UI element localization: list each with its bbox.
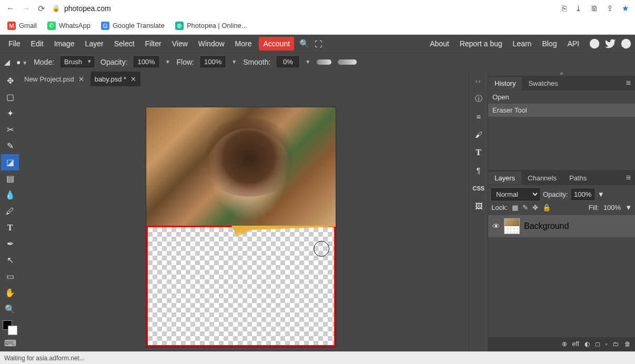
menu-view[interactable]: View [167, 36, 193, 51]
address-bar[interactable]: 🔒 photopea.com [52, 4, 111, 13]
history-item-open[interactable]: Open [488, 90, 635, 104]
reload-icon[interactable]: ⟳ [38, 4, 45, 14]
color-swatch[interactable] [3, 320, 17, 335]
page-icon[interactable]: 🗎 [590, 4, 598, 13]
background-color[interactable] [8, 326, 17, 335]
menu-more[interactable]: More [230, 36, 257, 51]
search-icon[interactable]: 🔍 [299, 39, 309, 48]
collapse-icon[interactable]: ‹› [470, 73, 487, 89]
tab-swatches[interactable]: Swatches [522, 77, 564, 90]
brush-preview2-icon[interactable] [338, 59, 357, 65]
fill-input[interactable]: 100% [603, 204, 621, 211]
layer-thumbnail[interactable] [504, 218, 520, 234]
tab-paths[interactable]: Paths [563, 171, 593, 185]
menu-edit[interactable]: Edit [26, 36, 49, 51]
eyedropper-tool-icon[interactable]: ✎ [1, 138, 19, 154]
character-panel-icon[interactable]: T [470, 144, 487, 161]
close-tab-icon[interactable]: ✕ [130, 75, 136, 83]
doc-tab-baby[interactable]: baby.psd * ✕ [90, 72, 140, 86]
eraser-tool-icon[interactable]: ◢ [4, 58, 10, 66]
history-item-eraser[interactable]: Eraser Tool [488, 104, 635, 117]
move-tool-icon[interactable]: ✥ [1, 73, 19, 89]
blend-mode-dropdown[interactable]: Normal [491, 188, 540, 200]
hand-tool-icon[interactable]: ✋ [1, 285, 19, 301]
reddit-icon[interactable] [589, 38, 600, 49]
menu-filter[interactable]: Filter [140, 36, 167, 51]
adjustment-icon[interactable]: ◻ [595, 340, 600, 348]
eraser-tool-button[interactable]: ◪ [1, 154, 19, 170]
panel-collapse-icon[interactable]: » [488, 70, 635, 76]
fullscreen-icon[interactable]: ⛶ [315, 39, 322, 48]
brush-preset-icon[interactable]: ● ▼ [16, 58, 27, 66]
trash-icon[interactable]: 🗑 [624, 340, 631, 348]
dodge-tool-icon[interactable]: 🖊 [1, 203, 19, 219]
link-blog[interactable]: Blog [537, 36, 562, 51]
bookmark-star-icon[interactable]: ★ [622, 4, 629, 13]
twitter-icon[interactable] [604, 38, 616, 49]
info-panel-icon[interactable]: ⓘ [470, 90, 487, 107]
link-learn[interactable]: Learn [508, 36, 537, 51]
link-about[interactable]: About [425, 36, 455, 51]
account-button[interactable]: Account [259, 37, 294, 50]
document-canvas[interactable] [146, 107, 336, 347]
bookmark-whatsapp[interactable]: ✆WhatsApp [47, 22, 90, 30]
bookmark-photopea[interactable]: ◍Photopea | Online... [175, 22, 247, 30]
opacity-caret-icon[interactable]: ▼ [598, 190, 604, 198]
fx-icon[interactable]: eff [572, 340, 579, 348]
tab-history[interactable]: History [488, 77, 522, 90]
opacity-input[interactable]: 100% [134, 56, 158, 67]
layer-name-label[interactable]: Background [524, 221, 569, 231]
link-layers-icon[interactable]: ⊕ [562, 340, 567, 348]
visibility-toggle-icon[interactable]: 👁 [492, 222, 500, 230]
back-icon[interactable]: ← [6, 4, 15, 13]
pen-tool-icon[interactable]: ✒ [1, 236, 19, 252]
new-layer-icon[interactable]: ▫ [606, 340, 608, 348]
menu-window[interactable]: Window [193, 36, 230, 51]
marquee-tool-icon[interactable]: ▢ [1, 89, 19, 105]
brush-preview-icon[interactable] [317, 59, 331, 65]
doc-tab-new-project[interactable]: New Project.psd ✕ [20, 72, 88, 86]
smooth-input[interactable]: 0% [277, 56, 299, 67]
menu-image[interactable]: Image [49, 36, 80, 51]
facebook-icon[interactable] [620, 38, 632, 49]
path-tool-icon[interactable]: ↖ [1, 252, 19, 268]
forward-icon[interactable]: → [22, 4, 31, 13]
opacity-dropdown-icon[interactable]: ▼ [165, 59, 170, 65]
flow-dropdown-icon[interactable]: ▼ [231, 59, 237, 65]
layer-row-background[interactable]: 👁 Background [488, 215, 635, 238]
panel-menu-icon[interactable]: ≡ [622, 173, 635, 183]
quickmask-icon[interactable]: ⌨ [1, 335, 19, 351]
share-icon[interactable]: ⇪ [607, 4, 613, 13]
menu-file[interactable]: File [3, 36, 26, 51]
gradient-tool-icon[interactable]: ▤ [1, 170, 19, 187]
blur-tool-icon[interactable]: 💧 [1, 187, 19, 203]
smooth-dropdown-icon[interactable]: ▼ [305, 59, 310, 65]
brush-panel-icon[interactable]: 🖌 [470, 126, 487, 143]
paragraph-panel-icon[interactable]: ¶ [470, 162, 487, 179]
mode-dropdown[interactable]: Brush [61, 56, 94, 67]
mask-icon[interactable]: ◐ [584, 340, 590, 348]
bookmark-gmail[interactable]: MGmail [7, 22, 37, 30]
download-icon[interactable]: ⤓ [575, 4, 582, 13]
css-panel-icon[interactable]: CSS [470, 180, 487, 197]
folder-icon[interactable]: 🗀 [613, 340, 619, 348]
lock-position-icon[interactable]: ✥ [532, 204, 538, 211]
wand-tool-icon[interactable]: ✦ [1, 105, 19, 122]
close-tab-icon[interactable]: ✕ [78, 75, 84, 83]
panel-menu-icon[interactable]: ≡ [622, 78, 635, 88]
picture-panel-icon[interactable]: 🖼 [470, 198, 487, 215]
shape-tool-icon[interactable]: ▭ [1, 268, 19, 285]
bookmark-translate[interactable]: GGoogle Translate [101, 22, 165, 30]
link-api[interactable]: API [562, 36, 584, 51]
zoom-tool-icon[interactable]: 🔍 [1, 301, 19, 317]
tab-channels[interactable]: Channels [521, 171, 563, 185]
adjust-panel-icon[interactable]: ≡ [470, 108, 487, 125]
lock-brush-icon[interactable]: ✎ [522, 204, 528, 211]
tab-layers[interactable]: Layers [488, 171, 521, 185]
type-tool-icon[interactable]: T [1, 219, 19, 236]
crop-tool-icon[interactable]: ✂ [1, 122, 19, 138]
layer-opacity-input[interactable]: 100% [571, 189, 594, 200]
flow-input[interactable]: 100% [200, 56, 225, 67]
menu-select[interactable]: Select [109, 36, 140, 51]
lock-transparent-icon[interactable]: ▦ [512, 204, 518, 211]
